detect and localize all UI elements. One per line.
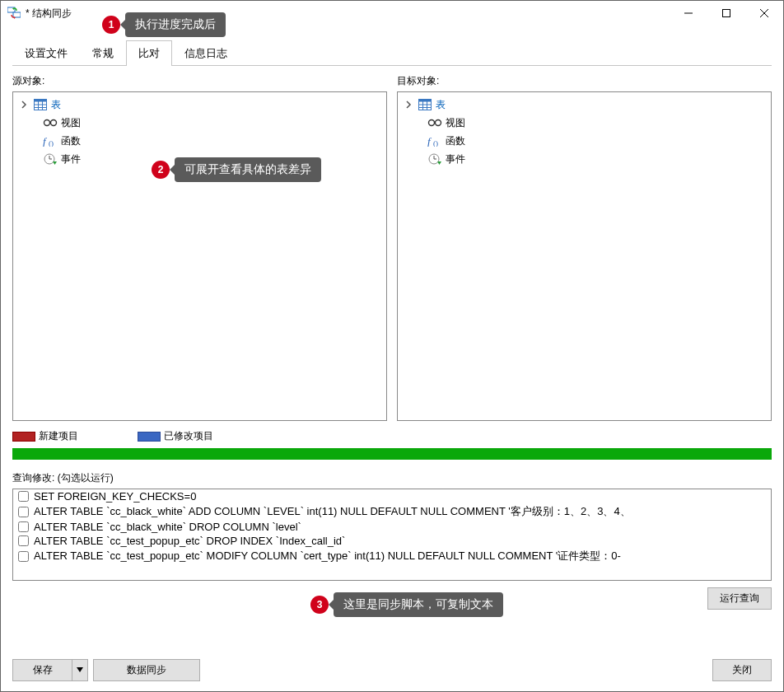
callout-bubble: 可展开查看具体的表差异 [175, 157, 321, 182]
legend-new-label: 新建项目 [39, 430, 78, 442]
callout-1: 1 执行进度完成后 [102, 12, 226, 37]
callout-2: 2 可展开查看具体的表差异 [152, 157, 321, 182]
svg-rect-1 [13, 12, 21, 17]
close-button[interactable]: 关闭 [712, 659, 772, 681]
table-icon [418, 98, 432, 111]
tree-node-events[interactable]: 事件 [398, 150, 771, 168]
tree-node-tables[interactable]: 表 [13, 96, 386, 114]
svg-rect-5 [723, 10, 730, 17]
query-checkbox[interactable] [18, 491, 29, 502]
svg-text:f: f [427, 135, 432, 147]
callout-bubble: 执行进度完成后 [125, 12, 226, 37]
svg-point-15 [51, 120, 57, 126]
query-text: ALTER TABLE `cc_black_white` ADD COLUMN … [34, 504, 631, 519]
tree-node-functions[interactable]: f() 函数 [398, 132, 771, 150]
source-tree[interactable]: 表 视图 f() 函数 [12, 91, 387, 421]
legend-swatch-new [12, 432, 35, 442]
query-list[interactable]: SET FOREIGN_KEY_CHECKS=0 ALTER TABLE `cc… [12, 489, 772, 581]
table-icon [33, 98, 48, 111]
save-dropdown-button[interactable] [72, 659, 88, 681]
target-tree[interactable]: 表 视图 f() 函数 [397, 91, 772, 421]
legend: 新建项目 已修改项目 [12, 429, 772, 443]
tab-general[interactable]: 常规 [80, 40, 126, 66]
svg-text:(): () [49, 139, 54, 147]
tab-message-log[interactable]: 信息日志 [172, 40, 240, 66]
tree-node-tables[interactable]: 表 [398, 96, 771, 114]
query-checkbox[interactable] [18, 535, 29, 546]
window-minimize-button[interactable] [670, 1, 707, 26]
svg-marker-22 [53, 161, 57, 165]
save-button[interactable]: 保存 [12, 659, 72, 681]
run-query-button[interactable]: 运行查询 [707, 587, 772, 610]
chevron-right-icon[interactable] [18, 99, 30, 110]
svg-text:(): () [433, 139, 438, 147]
tree-node-label: 表 [436, 98, 446, 112]
svg-marker-37 [437, 161, 441, 165]
tree-node-label: 事件 [61, 152, 81, 166]
query-title: 查询修改: (勾选以运行) [12, 471, 772, 485]
svg-rect-9 [35, 100, 47, 102]
footer: 保存 数据同步 关闭 [1, 659, 783, 691]
query-row[interactable]: ALTER TABLE `cc_test_popup_etc` MODIFY C… [13, 548, 771, 564]
tree-node-label: 视图 [446, 116, 465, 130]
view-icon [43, 116, 58, 129]
tree-node-label: 函数 [446, 134, 465, 148]
chevron-right-icon[interactable] [403, 99, 414, 110]
query-text: ALTER TABLE `cc_test_popup_etc` DROP IND… [34, 535, 345, 547]
callout-number: 2 [152, 161, 170, 179]
tree-node-label: 函数 [61, 134, 81, 148]
svg-point-14 [44, 120, 50, 126]
query-text: SET FOREIGN_KEY_CHECKS=0 [34, 490, 196, 503]
tree-node-label: 表 [51, 98, 61, 112]
view-icon [427, 116, 442, 129]
callout-number: 1 [102, 16, 120, 34]
svg-marker-38 [77, 667, 83, 672]
tabs-bar: 设置文件 常规 比对 信息日志 [12, 40, 772, 66]
query-row[interactable]: ALTER TABLE `cc_black_white` DROP COLUMN… [13, 520, 771, 534]
callout-3: 3 这里是同步脚本，可复制文本 [310, 592, 503, 617]
tab-compare[interactable]: 比对 [126, 40, 172, 66]
query-row[interactable]: ALTER TABLE `cc_black_white` ADD COLUMN … [13, 503, 771, 520]
svg-text:f: f [43, 135, 48, 147]
query-checkbox[interactable] [18, 521, 29, 532]
svg-rect-24 [419, 100, 432, 102]
event-icon [427, 152, 442, 166]
legend-modified-label: 已修改项目 [164, 430, 213, 442]
event-icon [43, 152, 58, 166]
query-row[interactable]: SET FOREIGN_KEY_CHECKS=0 [13, 489, 771, 503]
function-icon: f() [427, 134, 442, 147]
query-checkbox[interactable] [18, 551, 29, 562]
window-maximize-button[interactable] [707, 1, 745, 26]
target-label: 目标对象: [397, 74, 772, 88]
tree-node-label: 视图 [61, 116, 81, 130]
data-sync-button[interactable]: 数据同步 [93, 659, 200, 681]
callout-bubble: 这里是同步脚本，可复制文本 [334, 592, 503, 617]
tree-node-label: 事件 [446, 152, 465, 166]
app-icon [7, 7, 21, 20]
query-row[interactable]: ALTER TABLE `cc_test_popup_etc` DROP IND… [13, 534, 771, 548]
svg-point-29 [429, 120, 435, 126]
function-icon: f() [43, 134, 58, 147]
progress-bar [12, 448, 772, 460]
window-close-button[interactable] [745, 1, 783, 26]
query-text: ALTER TABLE `cc_test_popup_etc` MODIFY C… [34, 549, 621, 563]
callout-number: 3 [310, 596, 329, 614]
tree-node-views[interactable]: 视图 [398, 114, 771, 132]
query-text: ALTER TABLE `cc_black_white` DROP COLUMN… [34, 521, 301, 533]
tree-node-views[interactable]: 视图 [13, 114, 386, 132]
query-checkbox[interactable] [18, 507, 29, 517]
svg-point-30 [436, 120, 441, 126]
tab-settings-file[interactable]: 设置文件 [12, 40, 80, 66]
tree-node-functions[interactable]: f() 函数 [13, 132, 386, 150]
source-label: 源对象: [12, 74, 387, 88]
legend-swatch-modified [138, 432, 161, 442]
window-title: * 结构同步 [26, 7, 72, 21]
